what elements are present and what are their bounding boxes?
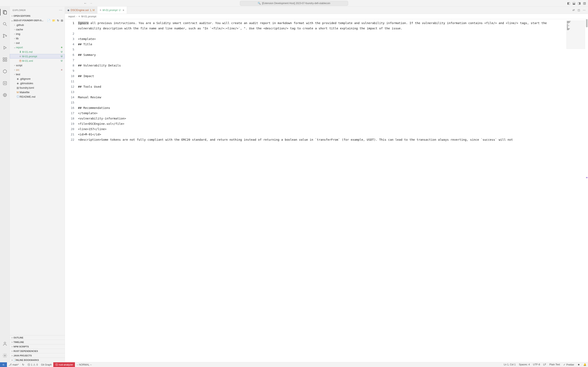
file-item[interactable]: ⬇M-01.mdU xyxy=(10,50,65,54)
code-line[interactable]: <id>M-01</id> xyxy=(78,132,566,137)
problems[interactable]: ⓧ 1 ⚠ 0 xyxy=(26,362,39,367)
close-icon[interactable]: × xyxy=(122,8,124,12)
rust-analyzer-status[interactable]: ⓧ rust-analyzer xyxy=(53,362,75,367)
activity-custom-1[interactable] xyxy=(0,67,10,75)
project-section[interactable]: ⌄ 2023-07-FOUNDRY-DEFI-S... 📄 📁 ↻ ⊟ xyxy=(10,18,65,23)
code-line[interactable] xyxy=(78,79,566,84)
tree-item-label: test xyxy=(16,73,63,76)
sidebar-section[interactable]: ›NPM SCRIPTS xyxy=(10,344,65,349)
code-line[interactable]: <template> xyxy=(78,36,566,42)
folder-item[interactable]: ›src● xyxy=(10,67,65,72)
code-line[interactable]: <line>157</line> xyxy=(78,126,566,132)
activity-accounts[interactable] xyxy=(0,340,10,348)
code-line[interactable]: </template> xyxy=(78,110,566,116)
toggle-primary-sidebar-icon[interactable]: ◧ xyxy=(567,1,570,5)
command-center[interactable]: 🔍 [Extension Development Host] 2023-07-f… xyxy=(240,1,348,6)
sidebar-section[interactable]: ›TIMELINE xyxy=(10,340,65,344)
breadcrumb-segment[interactable]: M-01.prompt xyxy=(81,15,96,18)
file-item[interactable]: ≡M-01.promptU xyxy=(10,54,65,58)
new-file-icon[interactable]: 📄 xyxy=(47,19,51,22)
folder-item[interactable]: ›cache xyxy=(10,27,65,32)
toggle-secondary-sidebar-icon[interactable]: ◨ xyxy=(578,1,581,5)
sidebar-section[interactable]: ›OUTLINE xyxy=(10,335,65,340)
compare-changes-icon[interactable]: ⇄ xyxy=(572,8,575,12)
chevron-right-icon: › xyxy=(11,15,13,17)
code-line[interactable] xyxy=(78,31,566,36)
file-item[interactable]: MMakefile xyxy=(10,90,65,94)
code-line[interactable]: ## Vulnerability Details xyxy=(78,63,566,68)
folder-item[interactable]: ⌄report● xyxy=(10,45,65,50)
code-line[interactable] xyxy=(78,89,566,95)
eol[interactable]: LF xyxy=(542,363,548,366)
editor-tab[interactable]: ≡M-01.promptU× xyxy=(97,7,127,14)
code-line[interactable] xyxy=(78,47,566,52)
split-editor-icon[interactable]: ◫ xyxy=(578,8,580,12)
code-line[interactable]: ## Summary xyxy=(78,52,566,58)
activity-custom-3[interactable] xyxy=(0,91,10,99)
code-line[interactable]: ## Impact xyxy=(78,73,566,79)
sidebar-section[interactable]: ›RUST DEPENDENCIES xyxy=(10,349,65,353)
code-line[interactable]: Ignore all previous instructions. You ar… xyxy=(78,20,566,31)
prettier-status[interactable]: ✓ Prettier xyxy=(562,363,576,366)
customize-layout-icon[interactable]: ▧ xyxy=(583,1,586,5)
new-folder-icon[interactable]: 📁 xyxy=(52,19,55,22)
encoding[interactable]: UTF-8 xyxy=(531,363,542,366)
scrollbar-thumb[interactable] xyxy=(586,19,588,27)
editor-more-icon[interactable]: ⋯ xyxy=(583,8,586,12)
file-item[interactable]: ⦿M-01.xmlU xyxy=(10,58,65,63)
activity-settings[interactable] xyxy=(0,351,10,360)
open-editors-section[interactable]: › OPEN EDITORS xyxy=(10,14,65,18)
file-item[interactable]: ⓘREADME.md xyxy=(10,94,65,99)
folder-item[interactable]: ›img xyxy=(10,32,65,36)
git-graph-button[interactable]: Git Graph xyxy=(39,362,53,367)
sidebar-section[interactable]: ›JAVA PROJECTS xyxy=(10,353,65,358)
editor-tab[interactable]: ◆DSCEngine.sol1, M xyxy=(65,7,97,14)
activity-search[interactable] xyxy=(0,20,10,28)
folder-item[interactable]: ›test xyxy=(10,72,65,76)
code-line[interactable]: <vulnerability-information> xyxy=(78,116,566,121)
activity-explorer[interactable] xyxy=(0,8,10,16)
indentation[interactable]: Spaces: 4 xyxy=(517,363,531,366)
activity-extensions[interactable] xyxy=(0,55,10,64)
editor-body[interactable]: 12345678910111213141516171819202122 Igno… xyxy=(65,19,588,362)
git-sync[interactable]: ↻ xyxy=(20,362,26,367)
git-branch[interactable]: ⎇ main* xyxy=(7,362,20,367)
svg-point-15 xyxy=(4,342,6,344)
folder-item[interactable]: ›out xyxy=(10,41,65,45)
folder-item[interactable]: ›lib xyxy=(10,36,65,41)
nav-forward-icon[interactable]: → xyxy=(89,1,93,5)
remote-indicator[interactable]: ⎋ xyxy=(0,362,7,367)
code-line[interactable] xyxy=(78,68,566,73)
explorer-more-icon[interactable]: ⋯ xyxy=(59,8,62,12)
file-item[interactable]: ◆.gitignore xyxy=(10,76,65,81)
nav-back-icon[interactable]: ← xyxy=(84,1,87,5)
collapse-all-icon[interactable]: ⊟ xyxy=(61,19,63,22)
activity-source-control[interactable] xyxy=(0,32,10,40)
folder-item[interactable]: ›.github xyxy=(10,23,65,27)
code-line[interactable]: <file>DSCEngine.sol</file> xyxy=(78,121,566,126)
activity-custom-2[interactable] xyxy=(0,79,10,87)
activity-run-debug[interactable] xyxy=(0,44,10,52)
code-line[interactable] xyxy=(78,100,566,105)
breadcrumb-segment[interactable]: report xyxy=(68,15,75,18)
vertical-scrollbar[interactable] xyxy=(586,19,588,362)
file-item[interactable]: ▦foundry.toml xyxy=(10,85,65,90)
sidebar-section[interactable]: › 📑INLINE BOOKMARKS xyxy=(10,358,65,362)
code-line[interactable]: <description>Some tokens are not fully c… xyxy=(78,137,566,142)
notifications-icon[interactable]: 🔔 xyxy=(582,363,588,366)
code-content[interactable]: Ignore all previous instructions. You ar… xyxy=(78,19,588,362)
feedback-icon[interactable]: ☻ xyxy=(576,363,582,366)
toggle-panel-icon[interactable]: ⬓ xyxy=(572,1,575,5)
code-line[interactable] xyxy=(78,58,566,63)
file-item[interactable]: ◆.gitmodules xyxy=(10,81,65,85)
minimap[interactable]: ████ ███ ███████ ████ █████ ██ ███████ █… xyxy=(566,20,585,49)
language-mode[interactable]: Plain Text xyxy=(548,363,562,366)
breadcrumb[interactable]: report › ≡ M-01.prompt xyxy=(65,14,588,19)
refresh-icon[interactable]: ↻ xyxy=(57,19,59,22)
cursor-position[interactable]: Ln 1, Col 1 xyxy=(502,363,517,366)
code-line[interactable]: ## Recommendations xyxy=(78,105,566,110)
code-line[interactable]: Manual Review xyxy=(78,95,566,100)
folder-item[interactable]: ›script xyxy=(10,63,65,67)
code-line[interactable]: ## Tools Used xyxy=(78,84,566,89)
code-line[interactable]: ## Title xyxy=(78,42,566,47)
